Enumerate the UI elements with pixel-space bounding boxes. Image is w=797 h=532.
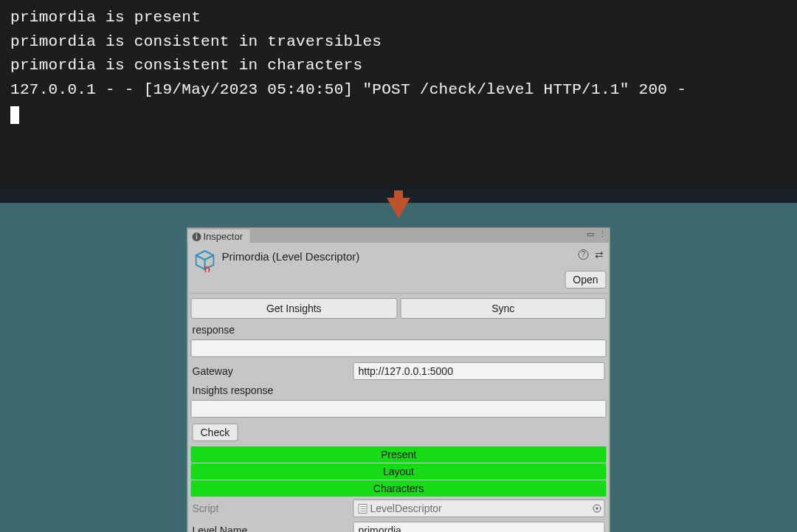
panel-menu-icon[interactable]: ⋮ bbox=[598, 229, 607, 239]
gateway-label: Gateway bbox=[193, 365, 353, 377]
gateway-input[interactable] bbox=[353, 362, 605, 380]
response-label: response bbox=[193, 324, 353, 336]
terminal-line: primordia is consistent in traversibles bbox=[10, 33, 382, 50]
script-icon bbox=[359, 504, 368, 514]
preset-icon[interactable]: ⇄ bbox=[595, 249, 604, 260]
inspector-panel: i Inspector ▭ ⋮ {} Primordia (Level Desc… bbox=[187, 227, 610, 532]
script-label: Script bbox=[193, 502, 353, 514]
object-picker-icon[interactable] bbox=[593, 505, 601, 513]
help-icon[interactable]: ? bbox=[579, 249, 589, 260]
response-input[interactable] bbox=[191, 339, 607, 357]
get-insights-button[interactable]: Get Insights bbox=[191, 298, 398, 319]
status-characters: Characters bbox=[191, 480, 607, 497]
inspector-tabbar: i Inspector ▭ ⋮ bbox=[188, 228, 610, 243]
script-value: LevelDescriptor bbox=[370, 502, 442, 514]
scriptable-object-icon: {} bbox=[196, 250, 215, 269]
tab-label: Inspector bbox=[204, 231, 243, 242]
level-name-input[interactable] bbox=[353, 522, 605, 532]
script-reference[interactable]: LevelDescriptor bbox=[353, 500, 605, 517]
terminal-line: primordia is present bbox=[10, 9, 201, 26]
check-button[interactable]: Check bbox=[193, 424, 238, 441]
info-icon: i bbox=[193, 232, 201, 241]
terminal-line: 127.0.0.1 - - [19/May/2023 05:40:50] "PO… bbox=[10, 81, 686, 98]
terminal-output: primordia is present primordia is consis… bbox=[0, 0, 797, 203]
tab-inspector[interactable]: i Inspector bbox=[188, 229, 250, 243]
panel-dropdown-icon[interactable]: ▭ bbox=[587, 229, 594, 239]
status-present: Present bbox=[191, 446, 607, 463]
terminal-line: primordia is consistent in characters bbox=[10, 57, 362, 74]
level-name-label: Level Name bbox=[193, 525, 353, 532]
component-header: {} Primordia (Level Descriptor) ? ⇄ bbox=[188, 243, 610, 271]
status-layout: Layout bbox=[191, 463, 607, 480]
insights-response-label: Insights response bbox=[193, 384, 353, 396]
open-button[interactable]: Open bbox=[565, 271, 606, 289]
terminal-cursor bbox=[10, 106, 19, 124]
svg-text:{}: {} bbox=[204, 265, 211, 272]
insights-response-input[interactable] bbox=[191, 400, 607, 418]
component-title: Primordia (Level Descriptor) bbox=[222, 249, 360, 263]
sync-button[interactable]: Sync bbox=[400, 298, 607, 319]
arrow-down-icon bbox=[387, 198, 410, 218]
